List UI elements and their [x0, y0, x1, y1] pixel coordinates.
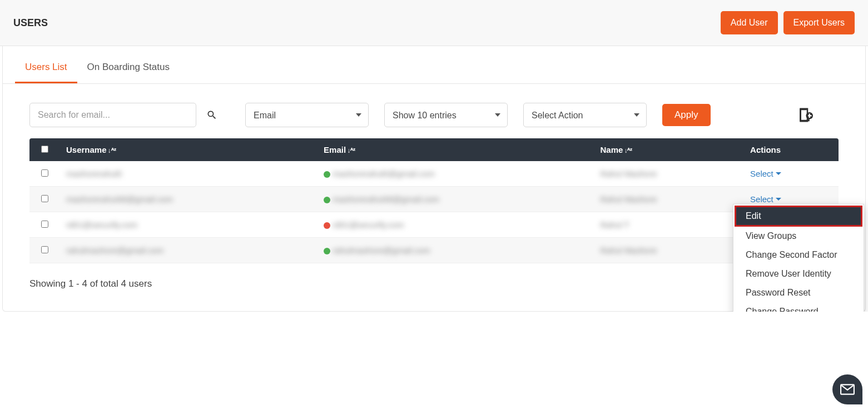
name-cell: Rahul Mashore: [601, 194, 657, 204]
row-checkbox[interactable]: [41, 169, 48, 177]
row-actions-dropdown: EditView GroupsChange Second FactorRemov…: [733, 204, 864, 312]
page-title: USERS: [13, 17, 48, 29]
add-user-button[interactable]: Add User: [721, 11, 778, 34]
row-checkbox[interactable]: [41, 246, 48, 253]
search-icon[interactable]: [206, 109, 217, 121]
filter-row: Email Show 10 entries Select Action Appl…: [3, 84, 865, 138]
username-cell: mashorerahul0: [66, 169, 122, 178]
caret-down-icon: [776, 172, 781, 175]
sort-icon: ↓ᴬᶻ: [624, 147, 632, 154]
bulk-action-select[interactable]: Select Action: [523, 103, 647, 127]
users-table: Username↓ᴬᶻ Email↓ᴬᶻ Name↓ᴬᶻ Actions mas…: [29, 138, 839, 263]
dropdown-item-view-groups[interactable]: View Groups: [733, 227, 864, 246]
filter-by-select[interactable]: Email: [245, 103, 369, 127]
table-row: mashorerahul48@gmail.com mashorerahul48@…: [29, 187, 839, 212]
dropdown-item-remove-user-identity[interactable]: Remove User Identity: [733, 264, 864, 283]
row-actions-select[interactable]: Select: [750, 169, 781, 178]
sort-icon: ↓ᴬᶻ: [108, 147, 116, 154]
select-all-checkbox[interactable]: [41, 146, 48, 153]
username-cell: mashorerahul48@gmail.com: [66, 194, 173, 204]
row-checkbox[interactable]: [41, 221, 48, 228]
email-cell: rahulmashore@gmail.com: [333, 246, 430, 255]
tabs: Users List On Boarding Status: [3, 46, 865, 84]
name-cell: Rahul T: [601, 220, 629, 229]
status-dot-icon: [324, 197, 330, 203]
row-actions-select[interactable]: Select: [750, 194, 781, 204]
name-cell: Rahul Mashore: [601, 246, 657, 255]
showing-text: Showing 1 - 4 of total 4 users: [29, 278, 152, 289]
header-bar: USERS Add User Export Users: [0, 0, 868, 46]
table-row: rd01@securify.com rd01@securify.com Rahu…: [29, 212, 839, 238]
entries-select[interactable]: Show 10 entries: [384, 103, 508, 127]
apply-button[interactable]: Apply: [662, 104, 711, 126]
add-device-icon[interactable]: [796, 107, 813, 123]
table-wrap: Username↓ᴬᶻ Email↓ᴬᶻ Name↓ᴬᶻ Actions mas…: [3, 138, 865, 263]
col-email-header[interactable]: Email↓ᴬᶻ: [317, 138, 593, 161]
table-row: mashorerahul0 mashorerahul0@gmail.com Ra…: [29, 161, 839, 187]
dropdown-item-edit[interactable]: Edit: [736, 207, 861, 226]
username-cell: rahulmashore@gmail.com: [66, 246, 163, 255]
search-input[interactable]: [29, 103, 196, 127]
dropdown-item-change-password[interactable]: Change Password: [733, 302, 864, 312]
status-dot-icon: [324, 222, 330, 229]
email-cell: mashorerahul48@gmail.com: [333, 194, 439, 204]
tab-users-list[interactable]: Users List: [15, 46, 77, 83]
sort-icon: ↓ᴬᶻ: [347, 147, 355, 154]
email-cell: rd01@securify.com: [333, 220, 404, 229]
email-cell: mashorerahul0@gmail.com: [333, 169, 435, 178]
table-row: rahulmashore@gmail.com rahulmashore@gmai…: [29, 238, 839, 263]
name-cell: Rahul Mashore: [601, 169, 657, 178]
header-buttons: Add User Export Users: [721, 11, 855, 34]
col-checkbox-header: [29, 138, 59, 161]
tab-onboarding-status[interactable]: On Boarding Status: [77, 46, 180, 83]
status-dot-icon: [324, 248, 330, 254]
dropdown-item-change-second-factor[interactable]: Change Second Factor: [733, 246, 864, 264]
row-checkbox[interactable]: [41, 195, 48, 202]
status-dot-icon: [324, 171, 330, 178]
col-username-header[interactable]: Username↓ᴬᶻ: [59, 138, 317, 161]
username-cell: rd01@securify.com: [66, 220, 137, 229]
col-name-header[interactable]: Name↓ᴬᶻ: [594, 138, 744, 161]
export-users-button[interactable]: Export Users: [783, 11, 855, 34]
col-actions-header: Actions: [743, 138, 839, 161]
caret-down-icon: [776, 198, 781, 201]
dropdown-item-password-reset[interactable]: Password Reset: [733, 283, 864, 302]
content-panel: Users List On Boarding Status Email Show…: [2, 46, 866, 312]
